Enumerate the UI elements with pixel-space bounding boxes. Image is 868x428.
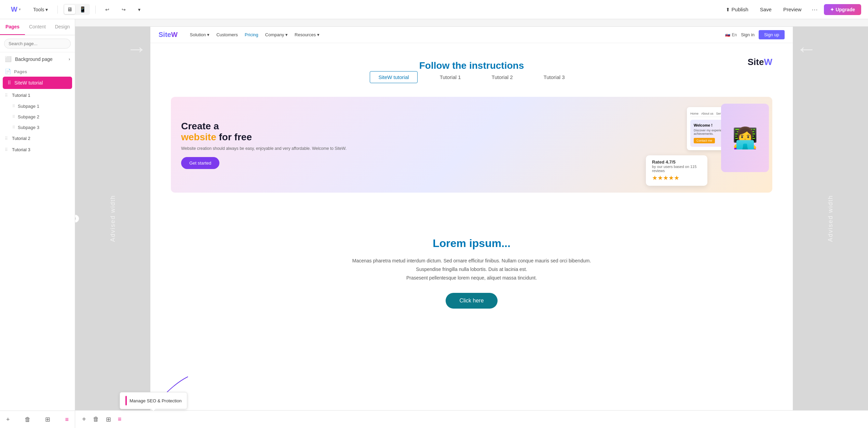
- page-settings-button[interactable]: ≡: [64, 415, 70, 425]
- save-button[interactable]: Save: [756, 4, 776, 14]
- add-page-button[interactable]: +: [5, 415, 11, 425]
- hero-headline-free: for free: [219, 132, 252, 142]
- page-item-sitew-tutorial[interactable]: ⠿ SiteW tutorial: [3, 77, 72, 89]
- nav-company[interactable]: Company ▾: [265, 32, 288, 37]
- publish-button[interactable]: ⬆ Publish: [722, 4, 752, 14]
- nav-pricing[interactable]: Pricing: [245, 32, 258, 37]
- undo-button[interactable]: ↩: [101, 5, 113, 14]
- subpage-item-2[interactable]: ⠿ Subpage 2: [0, 112, 75, 122]
- lorem-text: Macenas pharetra metud interdum dictum. …: [352, 257, 591, 283]
- flag-icon: 🇸🇰: [725, 33, 730, 37]
- preview-button[interactable]: Preview: [779, 4, 805, 14]
- nav-resources[interactable]: Resources ▾: [295, 32, 320, 37]
- drag-handle: ⠿: [12, 125, 15, 130]
- delete-element-button[interactable]: 🗑: [92, 414, 100, 424]
- rating-card: Rated 4.7/5 by our users based on 115 re…: [646, 155, 707, 186]
- advised-width-right: ← Advised width: [793, 27, 868, 410]
- hero-headline: Create a website for free: [181, 121, 642, 143]
- redo-button[interactable]: ↪: [118, 5, 130, 14]
- lorem-section: Lorem ipsum... Macenas pharetra metud in…: [150, 220, 793, 326]
- subpage-item-1[interactable]: ⠿ Subpage 1: [0, 101, 75, 112]
- mobile-btn[interactable]: 📱: [77, 5, 89, 14]
- logo-chevron: ▾: [19, 7, 21, 12]
- search-input[interactable]: [4, 39, 71, 49]
- drag-handle: ⠿: [12, 104, 15, 108]
- site-nav: Solution ▾ Customers Pricing Company ▾ R…: [190, 32, 320, 37]
- advised-width-left: → Advised width: [75, 27, 150, 410]
- site-nav-right: 🇸🇰 En Sign in Sign up: [725, 30, 785, 39]
- drag-handle: ⠿: [5, 93, 8, 98]
- site-logo: SiteW: [159, 31, 178, 39]
- upgrade-button[interactable]: ✦ Upgrade: [824, 4, 861, 15]
- duplicate-page-button[interactable]: ⊞: [44, 414, 52, 425]
- ruler-horizontal: [75, 19, 868, 27]
- page-content[interactable]: SiteW Solution ▾ Customers Pricing Compa…: [150, 27, 793, 410]
- page-item-tutorial-3[interactable]: ⠿ Tutorial 3: [0, 144, 75, 155]
- canvas-wrapper: → Advised width SiteW Solution ▾ Custome…: [75, 19, 868, 428]
- sitew-w: W: [764, 57, 772, 67]
- drag-handle: ⠿: [8, 80, 11, 86]
- toolbar: W ▾ Tools ▾ 🖥 📱 ↩ ↪ ▾ ⬆ Publish Save Pre…: [0, 0, 868, 19]
- desktop-btn[interactable]: 🖥: [64, 5, 75, 14]
- sidebar-item-background[interactable]: ⬜ Background page ›: [0, 52, 75, 66]
- page-item-tutorial-1[interactable]: ⠿ Tutorial 1: [0, 90, 75, 101]
- pages-icon: 📄: [5, 68, 11, 75]
- seo-tooltip: Manage SEO & Protection: [120, 392, 187, 409]
- main-layout: Pages Content Design ⬜ Background page ›…: [0, 19, 868, 428]
- person-image: 👩‍💻: [721, 104, 769, 172]
- toolbar-right: ⬆ Publish Save Preview ⋯ ✦ Upgrade: [722, 4, 861, 15]
- signup-button[interactable]: Sign up: [759, 30, 785, 39]
- duplicate-element-button[interactable]: ⊞: [105, 414, 112, 425]
- tutorial-section: Follow the instructions SiteW SiteW tuto…: [150, 43, 793, 220]
- sidebar-footer: + 🗑 ⊞ ≡: [0, 411, 75, 428]
- page-item-tutorial-2[interactable]: ⠿ Tutorial 2: [0, 133, 75, 144]
- element-settings-button[interactable]: ≡: [117, 414, 123, 424]
- delete-page-button[interactable]: 🗑: [23, 415, 32, 425]
- sidebar-search-area: [0, 35, 75, 52]
- more-history-button[interactable]: ▾: [134, 5, 145, 14]
- drag-handle: ⠿: [5, 147, 8, 152]
- tutorial-header: Follow the instructions SiteW: [171, 60, 772, 71]
- tutorial-tab-3[interactable]: Tutorial 3: [535, 71, 573, 83]
- separator-1: [57, 5, 58, 14]
- tutorial-tab-sitew[interactable]: SiteW tutorial: [370, 71, 417, 83]
- tutorial-title: Follow the instructions: [171, 60, 772, 71]
- more-button[interactable]: ⋯: [809, 4, 820, 15]
- hero-image-area: Home About us Services Blog Contact Welc…: [653, 107, 762, 182]
- tab-content[interactable]: Content: [25, 19, 50, 35]
- device-group: 🖥 📱: [63, 4, 90, 15]
- background-arrow-icon: ›: [69, 57, 70, 62]
- hero-headline-highlight: website: [181, 132, 216, 142]
- bottom-bar: Manage SEO & Protection + 🗑 ⊞ ≡: [75, 410, 868, 428]
- tab-design[interactable]: Design: [50, 19, 75, 35]
- add-element-button[interactable]: +: [81, 414, 87, 425]
- tutorial-tab-1[interactable]: Tutorial 1: [431, 71, 470, 83]
- publish-icon: ⬆: [726, 7, 730, 12]
- lorem-title: Lorem ipsum...: [178, 237, 765, 250]
- contact-btn[interactable]: Contact me: [694, 138, 715, 143]
- signin-button[interactable]: Sign in: [741, 32, 755, 37]
- sidebar: Pages Content Design ⬜ Background page ›…: [0, 19, 75, 428]
- subpage-item-3[interactable]: ⠿ Subpage 3: [0, 122, 75, 133]
- drag-handle: ⠿: [12, 115, 15, 119]
- nav-solution[interactable]: Solution ▾: [190, 32, 210, 37]
- canvas-area: → Advised width SiteW Solution ▾ Custome…: [75, 27, 868, 410]
- arrow-left-icon: ←: [796, 37, 817, 61]
- logo-w: W: [171, 31, 178, 38]
- hero-text-block: Create a website for free Website creati…: [181, 121, 642, 169]
- separator-2: [95, 5, 96, 14]
- seo-label: Manage SEO & Protection: [130, 398, 181, 403]
- click-here-button[interactable]: Click here: [446, 293, 497, 309]
- tab-pages[interactable]: Pages: [0, 19, 25, 35]
- site-header-preview: SiteW Solution ▾ Customers Pricing Compa…: [150, 27, 793, 43]
- sidebar-tabs: Pages Content Design: [0, 19, 75, 35]
- tutorial-tabs: SiteW tutorial Tutorial 1 Tutorial 2 Tut…: [171, 71, 772, 83]
- hero-cta-button[interactable]: Get started: [181, 157, 219, 169]
- nav-customers[interactable]: Customers: [216, 32, 238, 37]
- tutorial-tab-2[interactable]: Tutorial 2: [483, 71, 521, 83]
- language-badge: 🇸🇰 En: [725, 33, 737, 37]
- sitew-logo-top: SiteW: [748, 57, 772, 67]
- tools-button[interactable]: Tools ▾: [29, 5, 52, 14]
- logo-button[interactable]: W ▾: [7, 3, 25, 15]
- app-logo: W: [11, 5, 17, 13]
